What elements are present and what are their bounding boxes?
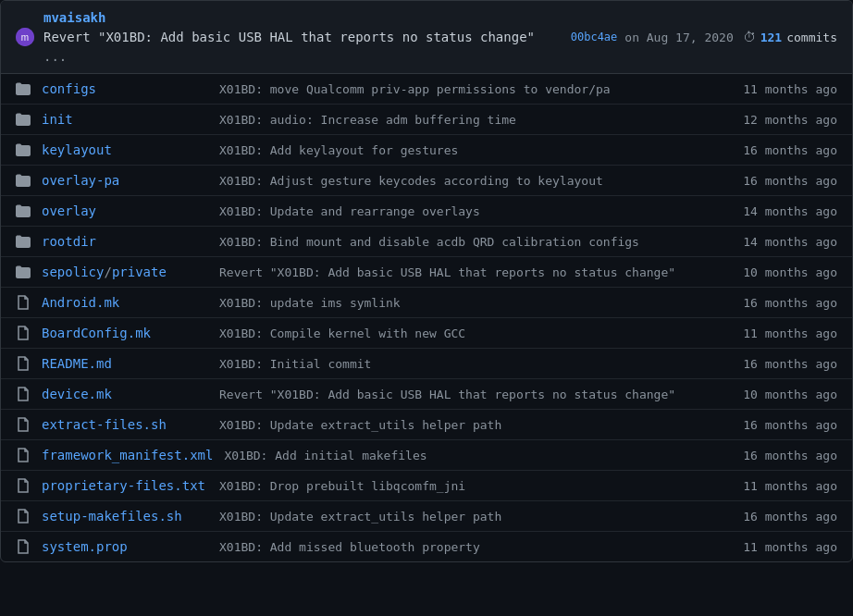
table-row: device.mkRevert "X01BD: Add basic USB HA… [1,379,852,410]
table-row: README.mdX01BD: Initial commit16 months … [1,349,852,379]
time-ago: 11 months ago [736,326,837,340]
file-link[interactable]: init [42,112,73,127]
file-link[interactable]: extract-files.sh [42,417,167,432]
commit-date: on Aug 17, 2020 [624,31,733,44]
file-link[interactable]: system.prop [42,539,128,554]
file-link[interactable]: BoardConfig.mk [42,326,151,340]
folder-icon [16,142,31,157]
commit-message: X01BD: Update extract_utils helper path [219,510,724,524]
file-icon [16,448,31,462]
file-list: configsX01BD: move Qualcomm priv-app per… [1,74,852,561]
file-name: README.md [42,356,208,371]
file-name: overlay-pa [42,173,208,188]
folder-icon [16,234,31,249]
table-row: overlayX01BD: Update and rearrange overl… [1,196,852,227]
file-icon [16,478,31,493]
commit-hash[interactable]: 00bc4ae [571,31,618,43]
file-icon [16,295,31,310]
file-icon [16,417,31,432]
repo-file-browser: m mvaisakh Revert "X01BD: Add basic USB … [0,0,853,562]
time-ago: 14 months ago [736,204,837,218]
table-row: system.propX01BD: Add missed bluetooth p… [1,532,852,561]
time-ago: 16 months ago [736,418,837,432]
file-link[interactable]: proprietary-files.txt [42,478,205,493]
commit-message: X01BD: Add missed bluetooth property [219,540,724,554]
file-name: configs [42,81,208,96]
file-name: extract-files.sh [42,417,208,432]
commit-message: X01BD: Update and rearrange overlays [219,204,724,218]
commit-message: X01BD: Adjust gesture keycodes according… [219,174,724,188]
file-name: keylayout [42,142,208,157]
commits-count[interactable]: 121 [760,31,782,44]
file-name: sepolicy/private [42,265,208,279]
file-name: overlay [42,203,208,218]
file-name: Android.mk [42,295,208,310]
time-ago: 16 months ago [736,296,837,310]
file-icon [16,387,31,401]
commit-message-header: Revert "X01BD: Add basic USB HAL that re… [43,30,535,44]
folder-icon [16,173,31,188]
commit-message: Revert "X01BD: Add basic USB HAL that re… [219,388,724,401]
file-link[interactable]: Android.mk [42,295,119,310]
time-ago: 11 months ago [736,479,837,493]
header-dots: ... [43,49,67,64]
commit-author[interactable]: mvaisakh [43,10,105,25]
time-ago: 16 months ago [736,510,837,524]
folder-icon [16,203,31,218]
table-row: sepolicy/privateRevert "X01BD: Add basic… [1,257,852,288]
file-link[interactable]: rootdir [42,234,96,249]
commit-header: m mvaisakh Revert "X01BD: Add basic USB … [1,1,852,74]
folder-icon [16,265,31,279]
table-row: setup-makefiles.shX01BD: Update extract_… [1,501,852,532]
time-ago: 14 months ago [736,235,837,249]
file-link[interactable]: device.mk [42,387,112,401]
table-row: extract-files.shX01BD: Update extract_ut… [1,410,852,440]
time-ago: 12 months ago [736,113,837,127]
file-name: BoardConfig.mk [42,326,208,340]
file-icon [16,326,31,340]
file-link[interactable]: keylayout [42,142,112,157]
table-row: overlay-paX01BD: Adjust gesture keycodes… [1,166,852,196]
file-link[interactable]: framework_manifest.xml [42,448,213,462]
folder-icon [16,112,31,127]
table-row: proprietary-files.txtX01BD: Drop prebuil… [1,471,852,501]
commit-message: X01BD: Add keylayout for gestures [219,143,724,157]
time-ago: 11 months ago [736,540,837,554]
table-row: rootdirX01BD: Bind mount and disable acd… [1,227,852,257]
time-ago: 16 months ago [736,357,837,371]
file-icon [16,539,31,554]
file-link[interactable]: README.md [42,356,112,371]
commit-message: X01BD: Bind mount and disable acdb QRD c… [219,235,724,249]
folder-icon [16,81,31,96]
file-link[interactable]: private [112,265,167,279]
file-link[interactable]: overlay-pa [42,173,119,188]
svg-text:m: m [21,32,29,43]
commit-message: X01BD: Initial commit [219,357,724,371]
clock-icon: ⏱ [743,30,756,44]
file-icon [16,356,31,371]
file-name: framework_manifest.xml [42,448,213,462]
file-name: setup-makefiles.sh [42,509,208,524]
commit-message: X01BD: Drop prebuilt libqcomfm_jni [219,479,724,493]
table-row: Android.mkX01BD: update ims symlink16 mo… [1,288,852,318]
avatar: m [16,28,34,46]
commit-message: X01BD: update ims symlink [219,296,724,310]
table-row: initX01BD: audio: Increase adm buffering… [1,105,852,135]
file-name: rootdir [42,234,208,249]
commit-message: Revert "X01BD: Add basic USB HAL that re… [219,265,724,279]
file-name: init [42,112,208,127]
file-name: system.prop [42,539,208,554]
file-name: proprietary-files.txt [42,478,208,493]
table-row: BoardConfig.mkX01BD: Compile kernel with… [1,318,852,349]
header-text: mvaisakh Revert "X01BD: Add basic USB HA… [43,10,562,64]
table-row: keylayoutX01BD: Add keylayout for gestur… [1,135,852,166]
file-link[interactable]: setup-makefiles.sh [42,509,182,524]
commit-message: X01BD: Update extract_utils helper path [219,418,724,432]
file-link[interactable]: configs [42,81,96,96]
time-ago: 10 months ago [736,265,837,279]
file-name: device.mk [42,387,208,401]
table-row: framework_manifest.xmlX01BD: Add initial… [1,440,852,471]
file-link[interactable]: sepolicy [42,265,104,279]
file-link[interactable]: overlay [42,203,96,218]
commit-message: X01BD: Add initial makefiles [224,449,724,462]
